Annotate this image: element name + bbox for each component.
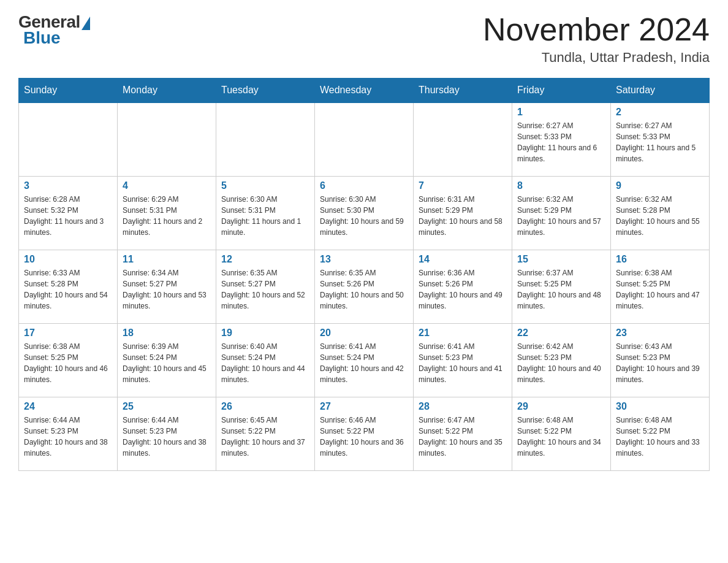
day-number: 11 <box>123 254 211 265</box>
day-number: 25 <box>123 401 211 412</box>
day-number: 23 <box>616 327 704 339</box>
day-info: Sunrise: 6:33 AMSunset: 5:28 PMDaylight:… <box>24 267 112 312</box>
calendar-cell: 12Sunrise: 6:35 AMSunset: 5:27 PMDayligh… <box>216 250 315 323</box>
calendar-week-row: 24Sunrise: 6:44 AMSunset: 5:23 PMDayligh… <box>19 397 710 470</box>
page-header: General Blue November 2024 Tundla, Uttar… <box>18 12 710 66</box>
calendar-cell <box>315 102 414 176</box>
calendar-cell: 23Sunrise: 6:43 AMSunset: 5:23 PMDayligh… <box>611 323 710 397</box>
calendar-cell: 7Sunrise: 6:31 AMSunset: 5:29 PMDaylight… <box>414 176 512 250</box>
day-info: Sunrise: 6:35 AMSunset: 5:26 PMDaylight:… <box>320 267 408 312</box>
calendar-cell <box>118 102 216 176</box>
day-info: Sunrise: 6:41 AMSunset: 5:24 PMDaylight:… <box>320 341 408 385</box>
calendar-cell: 26Sunrise: 6:45 AMSunset: 5:22 PMDayligh… <box>216 397 315 470</box>
weekday-header-friday: Friday <box>512 79 611 103</box>
title-section: November 2024 Tundla, Uttar Pradesh, Ind… <box>483 12 710 66</box>
day-info: Sunrise: 6:34 AMSunset: 5:27 PMDaylight:… <box>123 267 211 312</box>
day-info: Sunrise: 6:38 AMSunset: 5:25 PMDaylight:… <box>24 341 112 385</box>
day-number: 19 <box>221 327 309 339</box>
day-info: Sunrise: 6:44 AMSunset: 5:23 PMDaylight:… <box>123 415 211 459</box>
day-number: 17 <box>24 327 112 339</box>
calendar-cell: 30Sunrise: 6:48 AMSunset: 5:22 PMDayligh… <box>611 397 710 470</box>
calendar-cell: 28Sunrise: 6:47 AMSunset: 5:22 PMDayligh… <box>414 397 512 470</box>
day-info: Sunrise: 6:30 AMSunset: 5:31 PMDaylight:… <box>221 194 309 238</box>
day-info: Sunrise: 6:32 AMSunset: 5:28 PMDaylight:… <box>616 194 704 238</box>
day-number: 28 <box>419 401 507 412</box>
calendar-cell: 2Sunrise: 6:27 AMSunset: 5:33 PMDaylight… <box>611 102 710 176</box>
day-number: 8 <box>517 180 605 191</box>
calendar-cell <box>216 102 315 176</box>
location-subtitle: Tundla, Uttar Pradesh, India <box>483 50 710 66</box>
day-number: 9 <box>616 180 704 191</box>
day-info: Sunrise: 6:48 AMSunset: 5:22 PMDaylight:… <box>517 415 605 459</box>
day-info: Sunrise: 6:45 AMSunset: 5:22 PMDaylight:… <box>221 415 309 459</box>
day-number: 3 <box>24 180 112 191</box>
calendar-table: SundayMondayTuesdayWednesdayThursdayFrid… <box>18 78 710 471</box>
logo-triangle-icon <box>82 17 90 30</box>
calendar-cell <box>19 102 118 176</box>
calendar-cell: 16Sunrise: 6:38 AMSunset: 5:25 PMDayligh… <box>611 250 710 323</box>
day-number: 24 <box>24 401 112 412</box>
day-info: Sunrise: 6:31 AMSunset: 5:29 PMDaylight:… <box>419 194 507 238</box>
calendar-cell: 5Sunrise: 6:30 AMSunset: 5:31 PMDaylight… <box>216 176 315 250</box>
day-info: Sunrise: 6:27 AMSunset: 5:33 PMDaylight:… <box>616 120 704 164</box>
logo-blue-text: Blue <box>23 28 61 48</box>
calendar-cell: 8Sunrise: 6:32 AMSunset: 5:29 PMDaylight… <box>512 176 611 250</box>
calendar-cell: 21Sunrise: 6:41 AMSunset: 5:23 PMDayligh… <box>414 323 512 397</box>
day-info: Sunrise: 6:42 AMSunset: 5:23 PMDaylight:… <box>517 341 605 385</box>
calendar-week-row: 10Sunrise: 6:33 AMSunset: 5:28 PMDayligh… <box>19 250 710 323</box>
calendar-cell <box>414 102 512 176</box>
weekday-header-thursday: Thursday <box>414 79 512 103</box>
day-info: Sunrise: 6:28 AMSunset: 5:32 PMDaylight:… <box>24 194 112 238</box>
day-info: Sunrise: 6:35 AMSunset: 5:27 PMDaylight:… <box>221 267 309 312</box>
day-info: Sunrise: 6:27 AMSunset: 5:33 PMDaylight:… <box>517 120 605 164</box>
day-info: Sunrise: 6:38 AMSunset: 5:25 PMDaylight:… <box>616 267 704 312</box>
day-info: Sunrise: 6:39 AMSunset: 5:24 PMDaylight:… <box>123 341 211 385</box>
calendar-week-row: 1Sunrise: 6:27 AMSunset: 5:33 PMDaylight… <box>19 102 710 176</box>
day-number: 22 <box>517 327 605 339</box>
calendar-cell: 29Sunrise: 6:48 AMSunset: 5:22 PMDayligh… <box>512 397 611 470</box>
calendar-cell: 25Sunrise: 6:44 AMSunset: 5:23 PMDayligh… <box>118 397 216 470</box>
day-number: 20 <box>320 327 408 339</box>
day-number: 2 <box>616 107 704 118</box>
calendar-week-row: 3Sunrise: 6:28 AMSunset: 5:32 PMDaylight… <box>19 176 710 250</box>
day-number: 16 <box>616 254 704 265</box>
month-year-title: November 2024 <box>483 12 710 47</box>
calendar-cell: 19Sunrise: 6:40 AMSunset: 5:24 PMDayligh… <box>216 323 315 397</box>
day-number: 1 <box>517 107 605 118</box>
calendar-cell: 10Sunrise: 6:33 AMSunset: 5:28 PMDayligh… <box>19 250 118 323</box>
calendar-cell: 24Sunrise: 6:44 AMSunset: 5:23 PMDayligh… <box>19 397 118 470</box>
calendar-cell: 20Sunrise: 6:41 AMSunset: 5:24 PMDayligh… <box>315 323 414 397</box>
calendar-cell: 1Sunrise: 6:27 AMSunset: 5:33 PMDaylight… <box>512 102 611 176</box>
calendar-cell: 3Sunrise: 6:28 AMSunset: 5:32 PMDaylight… <box>19 176 118 250</box>
calendar-cell: 13Sunrise: 6:35 AMSunset: 5:26 PMDayligh… <box>315 250 414 323</box>
day-number: 4 <box>123 180 211 191</box>
calendar-week-row: 17Sunrise: 6:38 AMSunset: 5:25 PMDayligh… <box>19 323 710 397</box>
logo: General Blue <box>18 12 90 48</box>
day-number: 14 <box>419 254 507 265</box>
day-info: Sunrise: 6:36 AMSunset: 5:26 PMDaylight:… <box>419 267 507 312</box>
day-info: Sunrise: 6:47 AMSunset: 5:22 PMDaylight:… <box>419 415 507 459</box>
day-info: Sunrise: 6:29 AMSunset: 5:31 PMDaylight:… <box>123 194 211 238</box>
day-info: Sunrise: 6:40 AMSunset: 5:24 PMDaylight:… <box>221 341 309 385</box>
calendar-cell: 11Sunrise: 6:34 AMSunset: 5:27 PMDayligh… <box>118 250 216 323</box>
day-number: 6 <box>320 180 408 191</box>
day-info: Sunrise: 6:46 AMSunset: 5:22 PMDaylight:… <box>320 415 408 459</box>
calendar-cell: 18Sunrise: 6:39 AMSunset: 5:24 PMDayligh… <box>118 323 216 397</box>
day-info: Sunrise: 6:30 AMSunset: 5:30 PMDaylight:… <box>320 194 408 238</box>
calendar-cell: 4Sunrise: 6:29 AMSunset: 5:31 PMDaylight… <box>118 176 216 250</box>
day-number: 5 <box>221 180 309 191</box>
calendar-cell: 14Sunrise: 6:36 AMSunset: 5:26 PMDayligh… <box>414 250 512 323</box>
day-number: 21 <box>419 327 507 339</box>
day-info: Sunrise: 6:44 AMSunset: 5:23 PMDaylight:… <box>24 415 112 459</box>
calendar-cell: 22Sunrise: 6:42 AMSunset: 5:23 PMDayligh… <box>512 323 611 397</box>
weekday-header-sunday: Sunday <box>19 79 118 103</box>
weekday-header-saturday: Saturday <box>611 79 710 103</box>
day-number: 12 <box>221 254 309 265</box>
day-number: 27 <box>320 401 408 412</box>
day-number: 29 <box>517 401 605 412</box>
weekday-header-monday: Monday <box>118 79 216 103</box>
day-number: 13 <box>320 254 408 265</box>
calendar-cell: 15Sunrise: 6:37 AMSunset: 5:25 PMDayligh… <box>512 250 611 323</box>
day-number: 26 <box>221 401 309 412</box>
day-info: Sunrise: 6:37 AMSunset: 5:25 PMDaylight:… <box>517 267 605 312</box>
